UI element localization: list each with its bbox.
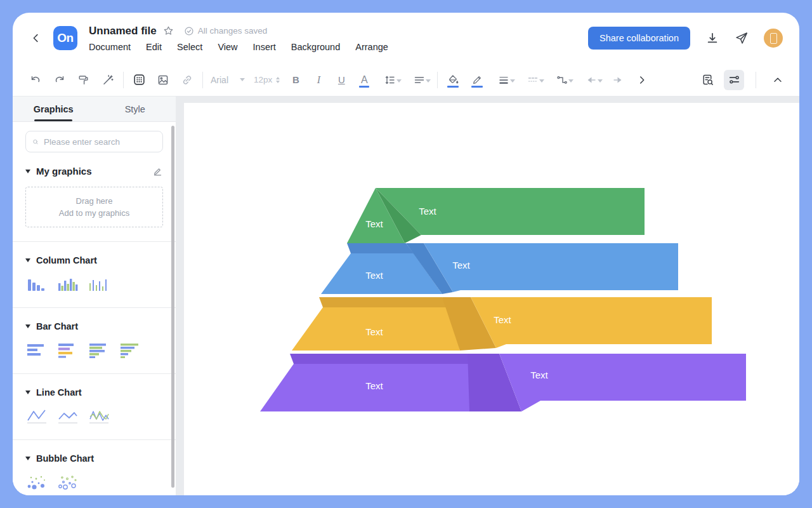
bold-button[interactable]: B xyxy=(286,70,305,90)
chevron-up-icon xyxy=(772,74,783,86)
properties-toggle-button[interactable] xyxy=(724,70,744,90)
titlebar: On Unnamed file All changes saved Docume… xyxy=(13,13,799,64)
caret-down-icon xyxy=(25,391,30,394)
caret-down-icon xyxy=(25,324,30,328)
chart-thumb-bubble-2[interactable] xyxy=(56,474,79,491)
pyramid-layer-blue[interactable]: Text Text xyxy=(321,243,678,294)
purple-banner[interactable] xyxy=(499,354,746,411)
purple-banner-label: Text xyxy=(530,370,548,380)
save-status-text: All changes saved xyxy=(198,26,268,36)
chart-thumb-bar-3[interactable] xyxy=(88,342,110,359)
chart-thumb-bar-1[interactable] xyxy=(25,342,48,359)
magic-wand-icon xyxy=(102,74,114,86)
menu-edit[interactable]: Edit xyxy=(146,42,162,52)
line-style-button[interactable] xyxy=(520,70,546,90)
chart-thumb-bar-4[interactable] xyxy=(119,342,141,359)
menu-background[interactable]: Background xyxy=(291,42,340,52)
menu-bar: Document Edit Select View Insert Backgro… xyxy=(89,42,388,52)
sliders-icon xyxy=(728,73,741,86)
image-icon xyxy=(157,74,169,86)
undo-button[interactable] xyxy=(25,70,46,90)
tab-style[interactable]: Style xyxy=(95,97,176,121)
chart-thumb-line-1[interactable] xyxy=(25,408,48,425)
dropzone-line2: Add to my graphics xyxy=(59,207,129,219)
line-weight-button[interactable] xyxy=(491,70,516,90)
chart-thumb-bubble-1[interactable] xyxy=(25,474,48,491)
chart-thumb-line-2[interactable] xyxy=(56,408,79,425)
my-graphics-header[interactable]: My graphics xyxy=(25,166,163,177)
chevron-down-icon xyxy=(598,79,603,83)
stroke-color-swatch xyxy=(471,86,483,88)
font-color-button[interactable]: A xyxy=(355,70,374,90)
chart-thumb-line-3[interactable] xyxy=(88,408,110,425)
insert-graphic-button[interactable] xyxy=(129,70,149,90)
font-size-stepper[interactable]: 12px xyxy=(251,75,282,84)
line-chart-title: Line Chart xyxy=(36,387,82,398)
sidebar-scrollbar[interactable] xyxy=(171,126,174,488)
blue-front-label: Text xyxy=(365,270,383,281)
pyramid-layer-green[interactable]: Text Text xyxy=(347,188,645,243)
menu-select[interactable]: Select xyxy=(177,42,202,52)
search-box[interactable] xyxy=(25,131,163,152)
title-block: Unnamed file All changes saved Document … xyxy=(89,25,388,52)
format-painter-button[interactable] xyxy=(74,70,94,90)
pyramid-layer-yellow[interactable]: Text Text xyxy=(292,297,712,351)
line-spacing-icon xyxy=(384,74,396,86)
dropzone-line1: Drag here xyxy=(76,195,113,207)
caret-down-icon xyxy=(25,170,30,173)
green-banner[interactable] xyxy=(376,188,645,235)
connector-button[interactable] xyxy=(549,70,575,90)
toolbar-collapse-button[interactable] xyxy=(768,70,788,90)
redo-button[interactable] xyxy=(49,70,70,90)
edit-graphics-button[interactable] xyxy=(152,166,163,177)
back-button[interactable] xyxy=(27,29,46,48)
arrow-end-button[interactable] xyxy=(608,70,628,90)
italic-button[interactable]: I xyxy=(309,70,328,90)
app-logo[interactable]: On xyxy=(53,26,77,50)
column-chart-header[interactable]: Column Chart xyxy=(25,255,163,265)
line-chart-header[interactable]: Line Chart xyxy=(25,387,163,398)
line-spacing-button[interactable] xyxy=(377,70,403,90)
style-wand-button[interactable] xyxy=(98,70,118,90)
share-collaboration-button[interactable]: Share collaboration xyxy=(588,27,690,50)
pyramid-diagram[interactable]: Text Text Text Text xyxy=(184,103,799,495)
menu-insert[interactable]: Insert xyxy=(253,42,276,52)
fill-color-swatch xyxy=(447,86,459,88)
blue-top-lip[interactable] xyxy=(347,243,414,253)
star-icon[interactable] xyxy=(163,25,174,36)
color-swatch xyxy=(359,86,369,88)
bubble-chart-header[interactable]: Bubble Chart xyxy=(25,453,163,464)
fill-color-button[interactable] xyxy=(443,70,463,90)
yellow-top-lip[interactable] xyxy=(319,297,450,307)
tab-graphics[interactable]: Graphics xyxy=(13,97,95,121)
align-button[interactable] xyxy=(407,70,432,90)
avatar[interactable] xyxy=(764,29,783,48)
stroke-color-button[interactable] xyxy=(467,70,487,90)
search-icon xyxy=(32,137,39,147)
chart-thumb-bar-2[interactable] xyxy=(56,342,79,359)
insert-link-button[interactable] xyxy=(177,70,197,90)
purple-top-lip[interactable] xyxy=(290,354,475,364)
bar-chart-header[interactable]: Bar Chart xyxy=(25,321,163,331)
stepper-icons xyxy=(276,77,280,83)
chart-thumb-column-1[interactable] xyxy=(25,276,48,293)
pyramid-layer-purple[interactable]: Text Text xyxy=(260,354,746,411)
menu-document[interactable]: Document xyxy=(89,42,131,52)
chart-thumb-column-3[interactable] xyxy=(88,276,110,293)
toolbar-expand-button[interactable] xyxy=(632,70,652,90)
font-family-select[interactable]: Arial xyxy=(208,75,247,85)
menu-arrange[interactable]: Arrange xyxy=(355,42,388,52)
find-replace-button[interactable] xyxy=(697,70,717,90)
menu-view[interactable]: View xyxy=(218,42,237,52)
my-graphics-dropzone[interactable]: Drag here Add to my graphics xyxy=(25,187,163,227)
document-page[interactable]: Text Text Text Text xyxy=(184,103,799,495)
search-input[interactable] xyxy=(44,137,156,147)
chevron-down-icon xyxy=(240,78,245,81)
send-button[interactable] xyxy=(735,31,749,45)
chart-thumb-column-2[interactable] xyxy=(56,276,79,293)
download-button[interactable] xyxy=(705,31,719,45)
insert-image-button[interactable] xyxy=(153,70,173,90)
font-color-glyph: A xyxy=(361,74,368,86)
underline-button[interactable]: U xyxy=(332,70,351,90)
arrow-start-button[interactable] xyxy=(579,70,604,90)
